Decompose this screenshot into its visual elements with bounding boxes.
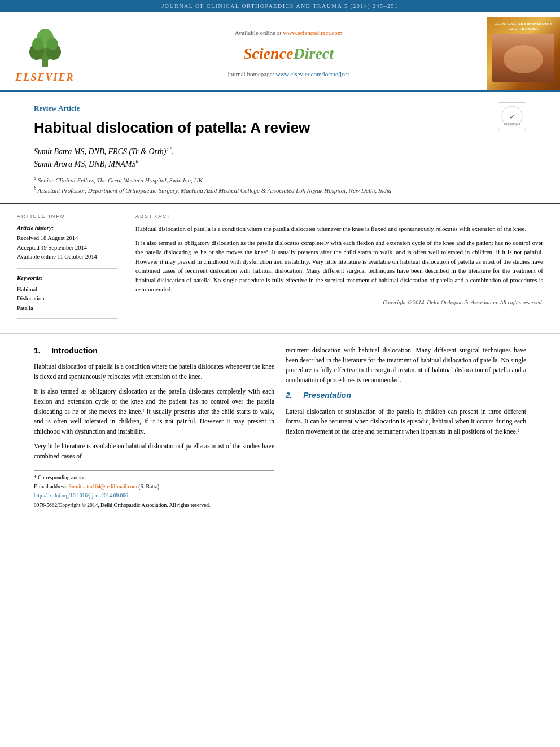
journal-cover: Clinical Orthopaedics and Trauma [487,17,560,90]
section1-para3: Very little literature is available on h… [34,442,274,462]
elsevier-tree-icon [20,23,71,68]
section1-col2-para: recurrent dislocation with habitual disl… [286,346,526,386]
abstract-text: Habitual dislocation of patella is a con… [135,224,543,294]
abstract-para2: It is also termed as obligatory dislocat… [135,238,543,294]
two-column-layout: 1. Introduction Habitual dislocation of … [34,346,526,511]
section2-title: Presentation [303,391,351,400]
footnote-issn: 0976-5662/Copyright © 2014, Delhi Orthop… [34,502,274,509]
received-date: Received 18 August 2014 [17,234,118,243]
abstract-para1: Habitual dislocation of patella is a con… [135,224,543,234]
article-history: Article history: Received 18 August 2014… [17,224,118,261]
main-col-left: 1. Introduction Habitual dislocation of … [34,346,274,511]
section2-heading: 2. Presentation [286,390,526,401]
section1-number: 1. [34,346,41,355]
article-info-panel: ARTICLE INFO Article history: Received 1… [11,204,124,333]
review-article-label: Review Article [34,103,526,113]
keyword-habitual: Habitual [17,286,118,294]
main-content: 1. Introduction Habitual dislocation of … [0,333,560,522]
journal-homepage-link[interactable]: www.elsevier.com/locate/jcot [275,71,349,77]
svg-point-6 [47,38,58,50]
section1-title: Introduction [51,346,98,355]
svg-point-5 [32,38,43,50]
journal-top-bar: Journal of Clinical Orthopaedics and Tra… [0,0,560,12]
abstract-panel: ABSTRACT Habitual dislocation of patella… [130,204,549,333]
article-header: Review Article Habitual dislocation of p… [0,92,560,204]
available-online-text: Available online at www.sciencedirect.co… [235,29,343,37]
authors: Sumit Batra MS, DNB, FRCS (Tr & Orth)a,*… [34,146,526,171]
main-col-right: recurrent dislocation with habitual disl… [286,346,526,511]
copyright-notice: Copyright © 2014, Delhi Orthopaedic Asso… [135,299,543,307]
keyword-patella: Patella [17,304,118,313]
keyword-dislocation: Dislocation [17,295,118,303]
journal-homepage: journal homepage: www.elsevier.com/locat… [228,70,349,78]
footnote-email: E-mail address: Sumitbatra104@rediffmail… [34,483,274,491]
svg-text:✓: ✓ [509,112,515,121]
section1-para1: Habitual dislocation of patella is a con… [34,362,274,382]
section2-number: 2. [286,391,292,400]
article-title: Habitual dislocation of patella: A revie… [34,119,310,137]
divider-2 [17,318,118,319]
affiliations: a Senior Clinical Fellow, The Great West… [34,175,526,194]
article-info-abstract: ARTICLE INFO Article history: Received 1… [0,204,560,333]
section2-para1: Lateral dislocation or subluxation of th… [286,407,526,437]
section1-heading: 1. Introduction [34,346,274,357]
journal-cover-image [492,34,554,82]
journal-name: Journal of Clinical Orthopaedics and Tra… [161,3,398,9]
email-link[interactable]: Sumitbatra104@rediffmail.com [69,484,137,490]
svg-text:CrossMark: CrossMark [504,122,520,125]
elsevier-logo-area: ELSEVIER [0,17,90,90]
journal-cover-title: Clinical Orthopaedics and Trauma [490,21,557,32]
footnote-doi: http://dx.doi.org/10.1016/j.jcot.2014.09… [34,492,274,500]
divider-1 [17,268,118,269]
elsevier-wordmark: ELSEVIER [15,71,74,85]
page-header: ELSEVIER Available online at www.science… [0,12,560,92]
abstract-heading: ABSTRACT [135,213,543,220]
sciencedirect-logo: ScienceDirect [243,42,334,64]
accepted-date: Accepted 19 September 2014 [17,244,118,252]
crossmark-badge: ✓ CrossMark [498,102,526,130]
footnotes: * Corresponding author. E-mail address: … [34,470,274,509]
sciencedirect-url-link[interactable]: www.sciencedirect.com [283,29,342,36]
available-online-date: Available online 11 October 2014 [17,253,118,261]
history-label: Article history: [17,224,118,233]
section1-para2: It is also termed as obligatory dislocat… [34,387,274,437]
center-header: Available online at www.sciencedirect.co… [90,17,487,90]
crossmark-icon: ✓ CrossMark [498,102,526,130]
keywords-label: Keywords: [17,274,118,283]
doi-link[interactable]: http://dx.doi.org/10.1016/j.jcot.2014.09… [34,493,128,499]
footnote-corresponding: * Corresponding author. [34,474,274,482]
article-info-heading: ARTICLE INFO [17,213,118,220]
